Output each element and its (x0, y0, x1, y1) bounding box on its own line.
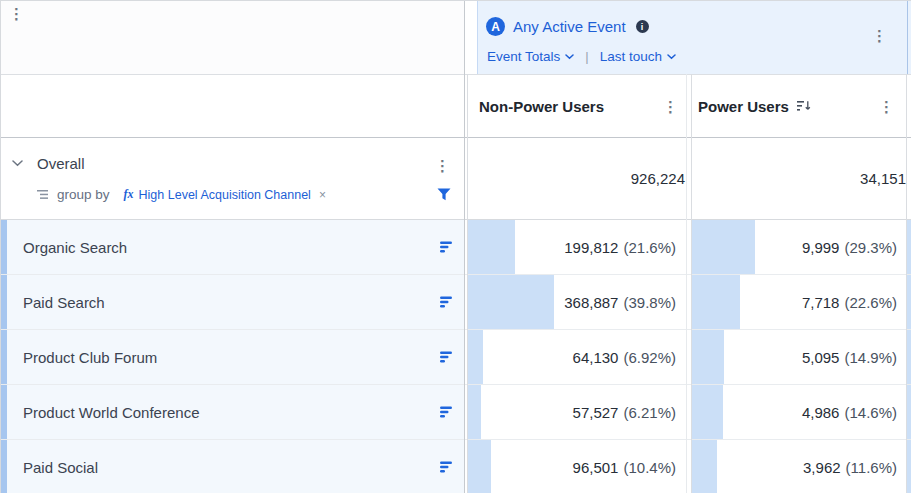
bar-chart-icon[interactable] (440, 406, 453, 418)
value-text: 7,718(22.6%) (802, 275, 897, 329)
grid-line (1, 274, 911, 275)
group-by-icon (37, 189, 49, 200)
row-label-cell[interactable]: Product World Conference (1, 385, 464, 439)
bar-chart-icon[interactable] (440, 241, 453, 253)
value-cell[interactable]: 199,812(21.6%) (468, 220, 685, 274)
info-icon[interactable]: i (636, 20, 649, 33)
metrics-table: ⋮ A Any Active Event i Event Totals | La… (0, 0, 911, 493)
remove-icon[interactable]: × (319, 188, 326, 202)
row-menu-icon[interactable]: ⋮ (435, 158, 450, 173)
value-cell[interactable]: 3,962(11.6%) (692, 440, 906, 493)
value-text: 3,962(11.6%) (803, 440, 897, 493)
column-label: Power Users (698, 98, 789, 115)
column-header-non-power-users[interactable]: Non-Power Users ⋮ (468, 75, 696, 137)
next-column-bar-fragment (907, 330, 911, 384)
grid-line (1, 74, 911, 75)
value-text: 199,812(21.6%) (564, 220, 676, 274)
value-text: 4,986(14.6%) (802, 385, 897, 439)
event-menu-icon[interactable]: ⋮ (872, 28, 887, 43)
bar-chart-icon[interactable] (440, 296, 453, 308)
row-label-cell[interactable]: Product Club Forum (1, 330, 464, 384)
row-label: Product World Conference (23, 404, 199, 421)
event-badge-icon: A (486, 17, 505, 36)
grid-line (467, 74, 468, 493)
overall-value-cell[interactable]: 926,224 (468, 138, 694, 219)
table-corner: ⋮ (1, 1, 464, 74)
row-label: Paid Social (23, 459, 98, 476)
column-header-power-users[interactable]: Power Users ⋮ (692, 75, 911, 137)
value-bar (692, 220, 755, 274)
collapse-chevron-icon[interactable] (12, 160, 23, 167)
row-label: Organic Search (23, 239, 127, 256)
value-bar (468, 385, 481, 439)
group-by-chip[interactable]: fx High Level Acquisition Channel × (124, 187, 326, 202)
value-bar (468, 330, 483, 384)
value-text: 368,887(39.8%) (564, 275, 676, 329)
row-accent-strip (1, 220, 7, 274)
group-by-label: group by (57, 187, 110, 202)
event-totals-dropdown[interactable]: Event Totals (487, 49, 574, 64)
attribution-label: Last touch (600, 49, 662, 64)
overall-label: Overall (37, 155, 85, 172)
divider: | (585, 49, 588, 64)
sort-descending-icon[interactable] (797, 100, 811, 112)
value-bar (692, 330, 724, 384)
value-bar (692, 275, 740, 329)
chevron-down-icon (565, 54, 574, 60)
fx-icon: fx (124, 187, 134, 202)
value-text: 96,501(10.4%) (573, 440, 676, 493)
column-divider (907, 1, 908, 74)
row-accent-strip (1, 275, 7, 329)
event-name[interactable]: Any Active Event (513, 18, 626, 35)
chevron-down-icon (667, 54, 676, 60)
group-by-value: High Level Acquisition Channel (139, 188, 311, 202)
value-cell[interactable]: 7,718(22.6%) (692, 275, 906, 329)
value-cell[interactable]: 5,095(14.9%) (692, 330, 906, 384)
next-column-bar-fragment (907, 440, 911, 493)
column-label: Non-Power Users (479, 98, 604, 115)
overall-row[interactable]: Overall ⋮ group by fx High Level Acquisi… (1, 138, 464, 219)
event-settings-row: Event Totals | Last touch (487, 49, 676, 64)
value-cell[interactable]: 9,999(29.3%) (692, 220, 906, 274)
grid-line (1, 329, 911, 330)
value-bar (692, 440, 717, 493)
bar-chart-icon[interactable] (440, 351, 453, 363)
grid-line (1, 439, 911, 440)
value-cell[interactable]: 57,527(6.21%) (468, 385, 685, 439)
grid-line (1, 384, 911, 385)
row-label-cell[interactable]: Paid Search (1, 275, 464, 329)
table-menu-icon[interactable]: ⋮ (9, 6, 24, 21)
value-text: 57,527(6.21%) (573, 385, 676, 439)
value-bar (692, 385, 723, 439)
grid-line (906, 74, 907, 493)
row-label: Paid Search (23, 294, 105, 311)
event-header: A Any Active Event i Event Totals | Last… (477, 1, 911, 74)
overall-value-cell[interactable]: 34,151 (692, 138, 911, 219)
grid-line (691, 74, 692, 493)
value-text: 9,999(29.3%) (802, 220, 897, 274)
row-label-cell[interactable]: Organic Search (1, 220, 464, 274)
bar-chart-icon[interactable] (440, 461, 453, 473)
row-accent-strip (1, 330, 7, 384)
value-cell[interactable]: 64,130(6.92%) (468, 330, 685, 384)
row-accent-strip (1, 385, 7, 439)
group-by-row: group by fx High Level Acquisition Chann… (37, 187, 326, 202)
grid-line (686, 74, 687, 493)
grid-line (1, 219, 911, 220)
value-cell[interactable]: 4,986(14.6%) (692, 385, 906, 439)
next-column-bar-fragment (907, 220, 911, 274)
value-cell[interactable]: 368,887(39.8%) (468, 275, 685, 329)
overall-value: 34,151 (860, 170, 906, 187)
value-cell[interactable]: 96,501(10.4%) (468, 440, 685, 493)
grid-line (464, 1, 465, 493)
attribution-dropdown[interactable]: Last touch (600, 49, 676, 64)
grid-line (1, 137, 911, 138)
overall-value: 926,224 (631, 170, 685, 187)
event-title-row: A Any Active Event i (486, 17, 649, 36)
row-accent-strip (1, 440, 7, 493)
value-bar (468, 275, 554, 329)
row-label-cell[interactable]: Paid Social (1, 440, 464, 493)
column-menu-icon[interactable]: ⋮ (663, 99, 678, 114)
filter-icon[interactable] (437, 188, 451, 201)
column-menu-icon[interactable]: ⋮ (879, 99, 894, 114)
